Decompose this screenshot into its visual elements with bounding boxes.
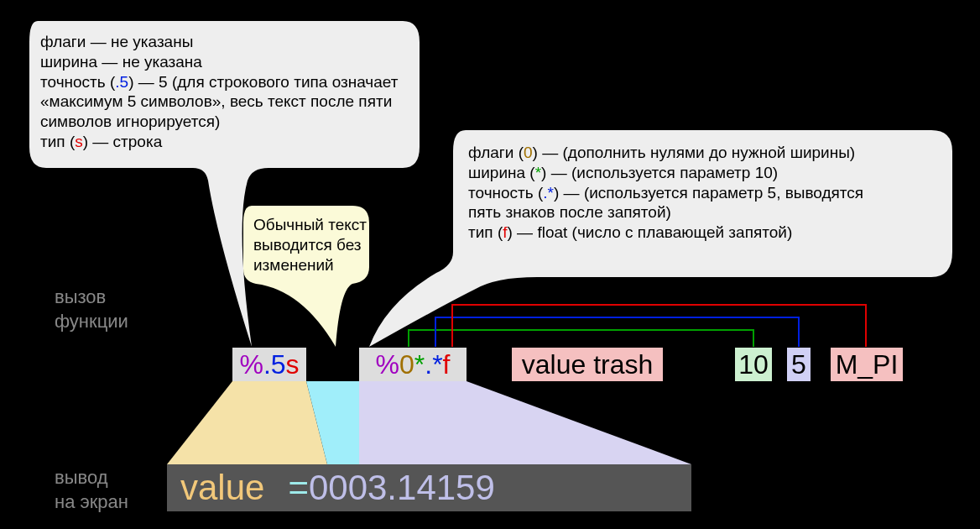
bubble-left: флаги — не указаны ширина — не указана т… — [40, 32, 414, 152]
token-fmt1: %.5s — [232, 348, 306, 381]
bubble-center: Обычный текст выводится без изменений — [253, 215, 371, 275]
output-bar: value = 0003.14159 — [167, 464, 691, 511]
label-function-call: вызов функции — [55, 285, 128, 333]
token-arg-prec: 5 — [787, 348, 811, 381]
svg-marker-2 — [359, 381, 691, 464]
bubble-right: флаги (0) — (дополнить нулями до нужной … — [468, 143, 951, 243]
token-arg-value: M_PI — [831, 348, 903, 381]
token-fmt2: %0*.*f — [359, 348, 467, 381]
svg-marker-1 — [306, 381, 359, 464]
token-arg-width: 10 — [735, 348, 772, 381]
svg-marker-0 — [167, 381, 327, 464]
label-output: вывод на экран — [55, 466, 128, 514]
token-arg-str: value trash — [512, 348, 663, 381]
